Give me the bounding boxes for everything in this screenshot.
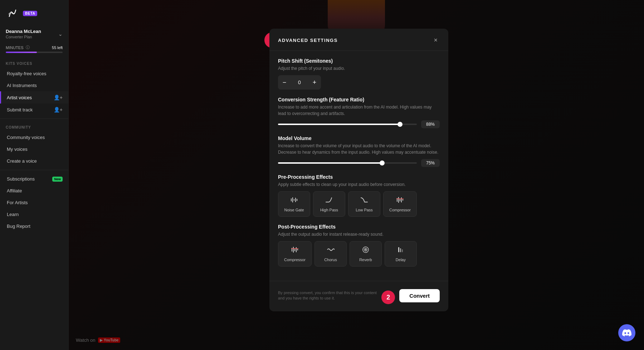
pre-processing-desc: Apply subtle effects to clean up your in…: [278, 181, 440, 188]
discord-button[interactable]: [618, 324, 635, 341]
user-plan: Converter Plan: [6, 35, 41, 39]
modal-overlay: 1 ADVANCED SETTINGS × Pitch Shift (Semit…: [69, 0, 644, 350]
noise-gate-icon: [290, 196, 298, 206]
compressor-post-label: Compressor: [284, 258, 306, 262]
post-processing-desc: Adjust the output audio for instant rele…: [278, 231, 440, 238]
svg-rect-16: [297, 249, 298, 250]
user-info[interactable]: Deanna McLean Converter Plan ⌄: [0, 25, 68, 42]
sidebar-item-label: For Artists: [7, 200, 28, 205]
user-name: Deanna McLean: [6, 29, 41, 34]
sidebar-item-label: Royalty-free voices: [7, 71, 47, 76]
sidebar-item-create-voice[interactable]: Create a voice: [0, 155, 68, 167]
reverb-button[interactable]: Reverb: [350, 241, 382, 267]
sidebar-item-ai-instruments[interactable]: AI Instruments: [0, 80, 68, 91]
minutes-bar: [6, 52, 63, 53]
sidebar-item-artist-voices[interactable]: Artist voices 👤+: [0, 91, 68, 104]
pitch-shift-control: − 0 +: [278, 75, 321, 90]
reverb-label: Reverb: [359, 258, 372, 262]
conversion-strength-thumb: [397, 122, 402, 127]
main-content: Watch on ▶ YouTube 1 ADVANCED SETTINGS ×…: [69, 0, 644, 350]
sidebar-item-label: Submit track: [7, 107, 33, 112]
svg-point-20: [365, 249, 366, 250]
sidebar-item-label: Subscriptions: [7, 176, 35, 182]
low-pass-button[interactable]: Low Pass: [348, 191, 380, 217]
pre-processing-label: Pre-Processing Effects: [278, 174, 440, 180]
delay-button[interactable]: Delay: [385, 241, 417, 267]
noise-gate-button[interactable]: Noise Gate: [278, 191, 310, 217]
sidebar-item-submit-track[interactable]: Submit track 👤+: [0, 104, 68, 116]
svg-rect-2: [292, 197, 293, 202]
conversion-strength-track[interactable]: [278, 124, 417, 125]
submit-track-icon: 👤+: [54, 107, 63, 112]
sidebar-item-label: My voices: [7, 147, 28, 152]
chevron-down-icon: ⌄: [58, 31, 63, 37]
sidebar-item-label: Bug Report: [7, 224, 30, 229]
pre-processing-section: Pre-Processing Effects Apply subtle effe…: [278, 174, 440, 217]
compressor-pre-button[interactable]: Compressor: [383, 191, 417, 217]
pitch-decrease-button[interactable]: −: [278, 75, 291, 90]
model-volume-label: Model Volume: [278, 135, 440, 141]
pitch-shift-desc: Adjust the pitch of your input audio.: [278, 65, 440, 72]
model-volume-fill: [278, 162, 382, 164]
sidebar: BETA Deanna McLean Converter Plan ⌄ MINU…: [0, 0, 69, 350]
minutes-label: MINUTES ⓘ 55 left: [6, 45, 63, 50]
high-pass-button[interactable]: High Pass: [313, 191, 345, 217]
model-volume-track[interactable]: [278, 162, 417, 164]
post-processing-label: Post-Processing Effects: [278, 224, 440, 230]
post-processing-effects-grid: Compressor Chorus: [278, 241, 440, 267]
user-details: Deanna McLean Converter Plan: [6, 29, 41, 39]
model-volume-thumb: [380, 160, 385, 166]
sidebar-item-affiliate[interactable]: Affiliate: [0, 185, 68, 197]
svg-rect-22: [400, 248, 401, 252]
pitch-shift-label: Pitch Shift (Semitones): [278, 58, 440, 64]
sidebar-divider-2: [0, 170, 68, 170]
minutes-left: 55 left: [52, 45, 63, 50]
conversion-strength-fill: [278, 124, 400, 125]
close-button[interactable]: ×: [431, 36, 440, 45]
step-2-circle: 2: [381, 291, 395, 304]
modal-title: ADVANCED SETTINGS: [278, 38, 338, 43]
sidebar-item-my-voices[interactable]: My voices: [0, 143, 68, 155]
svg-rect-4: [295, 198, 296, 202]
svg-rect-10: [402, 199, 403, 201]
low-pass-icon: [360, 196, 368, 206]
footer-actions: 2 Convert: [381, 287, 440, 304]
low-pass-label: Low Pass: [356, 208, 373, 212]
modal-body: Pitch Shift (Semitones) Adjust the pitch…: [269, 51, 448, 281]
high-pass-label: High Pass: [320, 208, 338, 212]
logo-area: BETA: [0, 0, 68, 25]
delay-icon: [397, 246, 405, 255]
svg-rect-9: [401, 197, 402, 202]
sidebar-item-community-voices[interactable]: Community voices: [0, 131, 68, 143]
sidebar-item-label: Create a voice: [7, 158, 37, 164]
chorus-button[interactable]: Chorus: [314, 241, 347, 267]
conversion-strength-slider-row: 88%: [278, 120, 440, 128]
discord-icon: [622, 328, 631, 337]
pitch-increase-button[interactable]: +: [308, 75, 321, 90]
sidebar-item-subscriptions[interactable]: Subscriptions New: [0, 173, 68, 185]
advanced-settings-modal: ADVANCED SETTINGS × Pitch Shift (Semiton…: [269, 29, 448, 311]
svg-rect-7: [398, 197, 399, 203]
compressor-pre-icon: [396, 196, 404, 206]
conversion-strength-section: Conversion Strength (Feature Ratio) Incr…: [278, 97, 440, 128]
sidebar-item-label: Learn: [7, 212, 19, 217]
minutes-info-icon: ⓘ: [26, 45, 30, 50]
post-processing-section: Post-Processing Effects Adjust the outpu…: [278, 224, 440, 267]
sidebar-item-bug-report[interactable]: Bug Report: [0, 220, 68, 232]
kits-section-label: KITS VOICES: [0, 58, 68, 68]
model-volume-desc: Increase to convert the volume of your i…: [278, 143, 440, 155]
sidebar-item-for-artists[interactable]: For Artists: [0, 197, 68, 208]
sidebar-item-learn[interactable]: Learn: [0, 208, 68, 220]
model-volume-slider-row: 75%: [278, 159, 440, 167]
convert-button[interactable]: Convert: [399, 289, 440, 302]
conversion-strength-label: Conversion Strength (Feature Ratio): [278, 97, 440, 102]
svg-rect-23: [402, 249, 403, 252]
sidebar-item-royalty-free-voices[interactable]: Royalty-free voices: [0, 68, 68, 80]
svg-rect-21: [398, 247, 399, 252]
pitch-value: 0: [291, 80, 308, 85]
compressor-post-button[interactable]: Compressor: [278, 241, 312, 267]
svg-rect-15: [296, 247, 297, 252]
model-volume-value: 75%: [421, 159, 440, 167]
pre-processing-effects-grid: Noise Gate High Pass: [278, 191, 440, 217]
kits-logo-icon: [6, 6, 19, 20]
